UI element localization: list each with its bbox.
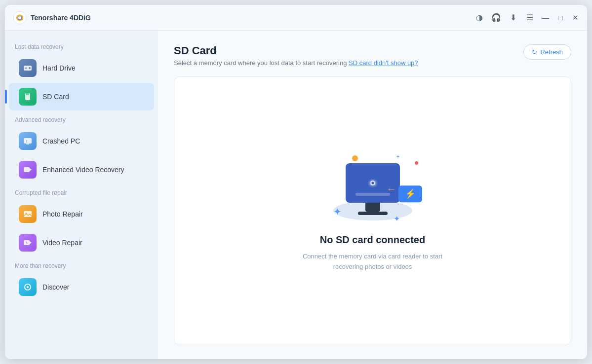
usb-icon: ⚡: [405, 188, 416, 199]
sidebar-item-video-repair[interactable]: Video Repair: [9, 229, 154, 256]
main-layout: Lost data recoveryHard DriveSD CardAdvan…: [5, 31, 587, 359]
app-logo-area: Tenorshare 4DDiG: [13, 11, 474, 25]
photo-repair-label: Photo Repair: [42, 210, 83, 218]
empty-state: ✦ + ✦: [294, 149, 452, 272]
svg-marker-13: [30, 168, 32, 171]
sidebar-item-photo-repair[interactable]: Photo Repair: [9, 200, 154, 228]
empty-state-title: No SD card connected: [320, 234, 425, 246]
menu-icon[interactable]: ☰: [525, 13, 535, 23]
video-repair-icon: [19, 234, 37, 252]
svg-rect-10: [26, 144, 29, 145]
title-bar: Tenorshare 4DDiG ◑ 🎧 ⬇ ☰ — □ ✕: [5, 5, 587, 31]
sidebar-item-hard-drive[interactable]: Hard Drive: [9, 54, 154, 82]
refresh-label: Refresh: [540, 48, 563, 56]
refresh-button[interactable]: ↻ Refresh: [523, 44, 571, 60]
empty-illustration: ✦ + ✦: [318, 149, 427, 228]
usb-body: ⚡: [398, 185, 422, 202]
minimize-button[interactable]: —: [542, 14, 550, 22]
sparkle-icon-3: ✦: [394, 214, 400, 223]
content-header: SD Card Select a memory card where you l…: [174, 44, 571, 67]
app-window: Tenorshare 4DDiG ◑ 🎧 ⬇ ☰ — □ ✕ Lost data…: [5, 5, 587, 359]
arrow-icon: ←: [387, 183, 396, 195]
page-title: SD Card: [174, 44, 418, 57]
sparkle-icon-1: ✦: [333, 206, 342, 218]
empty-state-description: Connect the memory card via card reader …: [294, 252, 452, 272]
subtitle-text: Select a memory card where you lost data…: [174, 59, 347, 67]
page-subtitle: Select a memory card where you lost data…: [174, 59, 418, 67]
svg-point-1: [18, 16, 21, 19]
maximize-button[interactable]: □: [556, 14, 564, 22]
svg-point-20: [27, 286, 29, 288]
dot-orange: [352, 155, 358, 161]
svg-point-3: [29, 67, 31, 69]
enhanced-video-label: Enhanced Video Recovery: [42, 166, 124, 174]
sidebar-section-label: Advanced recovery: [5, 111, 158, 126]
sidebar-item-discover[interactable]: Discover: [9, 273, 154, 301]
sparkle-icon-2: +: [396, 153, 399, 160]
video-repair-label: Video Repair: [42, 239, 82, 247]
enhanced-video-icon: [19, 161, 37, 179]
svg-text:!: !: [26, 140, 27, 143]
sidebar-item-crashed-pc[interactable]: !Crashed PC: [9, 127, 154, 155]
usb-device-graphic: ⚡: [398, 185, 422, 202]
refresh-icon: ↻: [532, 48, 537, 56]
discover-icon: [19, 278, 37, 296]
sidebar-section-label: More than recovery: [5, 257, 158, 272]
main-panel: ✦ + ✦: [174, 76, 571, 345]
monitor-screen: [346, 163, 400, 203]
close-button[interactable]: ✕: [571, 14, 579, 22]
headphones-icon[interactable]: 🎧: [491, 13, 501, 23]
dot-red: [415, 161, 418, 165]
sidebar-item-sd-card[interactable]: SD Card: [9, 83, 154, 110]
sd-card-icon: [19, 88, 37, 106]
svg-rect-12: [24, 167, 30, 172]
window-controls: ◑ 🎧 ⬇ ☰ — □ ✕: [474, 13, 579, 23]
sidebar-section-label: Corrupted file repair: [5, 184, 158, 199]
app-logo-icon: [13, 11, 27, 25]
svg-rect-8: [29, 93, 30, 95]
svg-rect-9: [24, 138, 32, 144]
theme-toggle-icon[interactable]: ◑: [474, 13, 484, 23]
monitor-logo-icon: [364, 174, 382, 192]
hard-drive-label: Hard Drive: [42, 64, 76, 72]
hard-drive-icon: [19, 59, 37, 77]
sidebar-item-enhanced-video[interactable]: Enhanced Video Recovery: [9, 156, 154, 183]
svg-rect-6: [26, 93, 27, 95]
svg-point-22: [371, 182, 374, 184]
monitor-bar: [355, 193, 390, 196]
content-header-text: SD Card Select a memory card where you l…: [174, 44, 418, 67]
crashed-pc-label: Crashed PC: [42, 137, 80, 145]
photo-repair-icon: [19, 205, 37, 223]
monitor-stand: [365, 203, 380, 212]
sd-card-help-link[interactable]: SD card didn't show up?: [349, 59, 418, 67]
sd-card-label: SD Card: [42, 93, 69, 101]
download-icon[interactable]: ⬇: [508, 13, 518, 23]
svg-rect-7: [27, 93, 28, 95]
svg-marker-17: [30, 241, 32, 244]
discover-label: Discover: [42, 283, 69, 291]
crashed-pc-icon: !: [19, 132, 37, 150]
svg-rect-4: [25, 68, 27, 69]
sidebar-section-label: Lost data recovery: [5, 38, 158, 53]
sidebar: Lost data recoveryHard DriveSD CardAdvan…: [5, 31, 158, 359]
app-title: Tenorshare 4DDiG: [31, 14, 91, 22]
monitor-base: [358, 212, 388, 215]
content-area: SD Card Select a memory card where you l…: [158, 31, 587, 359]
svg-rect-14: [24, 211, 32, 217]
